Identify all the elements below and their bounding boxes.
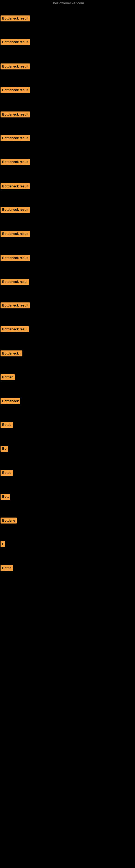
bottleneck-badge: Bottleneck resul xyxy=(1,279,29,285)
bottleneck-badge: Bottleneck result xyxy=(1,39,30,45)
bottleneck-badge: Bottleneck resul xyxy=(1,326,29,332)
site-title: TheBottlenecker.com xyxy=(0,0,135,6)
bottleneck-badge: Bottleneck result xyxy=(1,255,30,261)
bottleneck-badge: Bottle xyxy=(1,565,13,571)
bottleneck-badge: Bottleneck r xyxy=(1,350,22,356)
bottleneck-badge: Bottleneck result xyxy=(1,183,30,189)
bottleneck-badge: Bottleneck result xyxy=(1,207,30,213)
bottleneck-badge: Bottlene xyxy=(1,518,17,524)
bottleneck-badge: Bottle xyxy=(1,470,13,476)
bottleneck-badge: B xyxy=(1,541,5,547)
bottleneck-badge: Bottleneck result xyxy=(1,159,30,165)
bottleneck-badge: Bottleneck result xyxy=(1,231,30,237)
bottleneck-badge: Bottleneck result xyxy=(1,135,30,141)
bottleneck-badge: Bottle xyxy=(1,422,13,428)
bottleneck-badge: Bottlen xyxy=(1,374,15,380)
bottleneck-badge: Bottleneck result xyxy=(1,87,30,93)
bottleneck-badge: Bottleneck result xyxy=(1,303,30,308)
bottleneck-badge: Bottleneck xyxy=(1,398,20,404)
bottleneck-badge: Bottleneck result xyxy=(1,16,30,22)
bottleneck-badge: Bott xyxy=(1,494,10,500)
bottleneck-badge: Bottleneck result xyxy=(1,63,30,69)
bottleneck-badge: Bottleneck result xyxy=(1,112,30,118)
bottleneck-badge: Bo xyxy=(1,446,8,452)
